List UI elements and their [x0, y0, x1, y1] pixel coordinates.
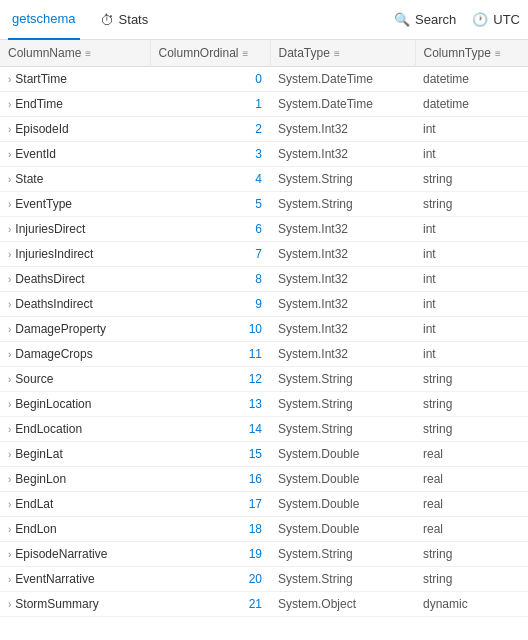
cell-datatype: System.DateTime: [270, 67, 415, 92]
expand-arrow[interactable]: ›: [8, 299, 11, 310]
getschema-label: getschema: [12, 11, 76, 26]
header-data-type-label: DataType: [279, 46, 330, 60]
header-column-ordinal[interactable]: ColumnOrdinal ≡: [150, 40, 270, 67]
cell-coltype: int: [415, 117, 528, 142]
search-button[interactable]: 🔍 Search: [394, 12, 456, 27]
header-column-name[interactable]: ColumnName ≡: [0, 40, 150, 67]
clock-icon: 🕐: [472, 12, 488, 27]
cell-datatype: System.Int32: [270, 142, 415, 167]
cell-ordinal: 10: [150, 317, 270, 342]
row-column-name: StartTime: [15, 72, 67, 86]
cell-coltype: string: [415, 367, 528, 392]
cell-coltype: string: [415, 192, 528, 217]
cell-name: ›InjuriesIndirect: [0, 242, 150, 267]
cell-ordinal: 9: [150, 292, 270, 317]
cell-ordinal: 17: [150, 492, 270, 517]
cell-name: ›InjuriesDirect: [0, 217, 150, 242]
table-row: ›EpisodeNarrative19System.Stringstring: [0, 542, 528, 567]
cell-ordinal: 15: [150, 442, 270, 467]
cell-coltype: int: [415, 317, 528, 342]
row-column-name: EventId: [15, 147, 56, 161]
tab-stats[interactable]: ⏱ Stats: [96, 0, 153, 40]
cell-ordinal: 1: [150, 92, 270, 117]
header-column-type[interactable]: ColumnType ≡: [415, 40, 528, 67]
cell-ordinal: 7: [150, 242, 270, 267]
cell-datatype: System.String: [270, 567, 415, 592]
table-row: ›InjuriesIndirect7System.Int32int: [0, 242, 528, 267]
expand-arrow[interactable]: ›: [8, 224, 11, 235]
cell-datatype: System.String: [270, 417, 415, 442]
cell-datatype: System.String: [270, 392, 415, 417]
expand-arrow[interactable]: ›: [8, 274, 11, 285]
expand-arrow[interactable]: ›: [8, 74, 11, 85]
table-row: ›DamageCrops11System.Int32int: [0, 342, 528, 367]
expand-arrow[interactable]: ›: [8, 149, 11, 160]
cell-datatype: System.Double: [270, 467, 415, 492]
expand-arrow[interactable]: ›: [8, 574, 11, 585]
utc-button[interactable]: 🕐 UTC: [472, 12, 520, 27]
cell-ordinal: 2: [150, 117, 270, 142]
table-row: ›EventType5System.Stringstring: [0, 192, 528, 217]
row-column-name: Source: [15, 372, 53, 386]
cell-ordinal: 20: [150, 567, 270, 592]
expand-arrow[interactable]: ›: [8, 549, 11, 560]
expand-arrow[interactable]: ›: [8, 474, 11, 485]
sort-icon-datatype: ≡: [334, 48, 340, 59]
table-row: ›InjuriesDirect6System.Int32int: [0, 217, 528, 242]
table-row: ›EndLon18System.Doublereal: [0, 517, 528, 542]
expand-arrow[interactable]: ›: [8, 524, 11, 535]
sort-icon-coltype: ≡: [495, 48, 501, 59]
header-data-type[interactable]: DataType ≡: [270, 40, 415, 67]
expand-arrow[interactable]: ›: [8, 99, 11, 110]
cell-coltype: int: [415, 217, 528, 242]
top-bar: getschema ⏱ Stats 🔍 Search 🕐 UTC: [0, 0, 528, 40]
expand-arrow[interactable]: ›: [8, 399, 11, 410]
cell-name: ›StormSummary: [0, 592, 150, 617]
table-row: ›DamageProperty10System.Int32int: [0, 317, 528, 342]
expand-arrow[interactable]: ›: [8, 449, 11, 460]
cell-name: ›EndTime: [0, 92, 150, 117]
table-row: ›BeginLon16System.Doublereal: [0, 467, 528, 492]
table-row: ›Source12System.Stringstring: [0, 367, 528, 392]
cell-datatype: System.Int32: [270, 342, 415, 367]
cell-ordinal: 13: [150, 392, 270, 417]
cell-datatype: System.String: [270, 542, 415, 567]
cell-name: ›DamageCrops: [0, 342, 150, 367]
cell-datatype: System.DateTime: [270, 92, 415, 117]
tab-getschema[interactable]: getschema: [8, 0, 80, 40]
expand-arrow[interactable]: ›: [8, 324, 11, 335]
cell-name: ›DeathsIndirect: [0, 292, 150, 317]
expand-arrow[interactable]: ›: [8, 199, 11, 210]
table-row: ›EndTime1System.DateTimedatetime: [0, 92, 528, 117]
cell-datatype: System.Object: [270, 592, 415, 617]
cell-datatype: System.Int32: [270, 217, 415, 242]
header-column-ordinal-label: ColumnOrdinal: [159, 46, 239, 60]
cell-coltype: dynamic: [415, 592, 528, 617]
utc-label: UTC: [493, 12, 520, 27]
expand-arrow[interactable]: ›: [8, 174, 11, 185]
row-column-name: InjuriesIndirect: [15, 247, 93, 261]
table-row: ›EpisodeId2System.Int32int: [0, 117, 528, 142]
cell-name: ›EpisodeId: [0, 117, 150, 142]
header-column-name-label: ColumnName: [8, 46, 81, 60]
cell-coltype: string: [415, 542, 528, 567]
row-column-name: EndLon: [15, 522, 56, 536]
cell-coltype: string: [415, 417, 528, 442]
table-row: ›EndLat17System.Doublereal: [0, 492, 528, 517]
cell-name: ›State: [0, 167, 150, 192]
table-row: ›StartTime0System.DateTimedatetime: [0, 67, 528, 92]
table-row: ›StormSummary21System.Objectdynamic: [0, 592, 528, 617]
expand-arrow[interactable]: ›: [8, 249, 11, 260]
expand-arrow[interactable]: ›: [8, 499, 11, 510]
expand-arrow[interactable]: ›: [8, 124, 11, 135]
expand-arrow[interactable]: ›: [8, 424, 11, 435]
row-column-name: EventType: [15, 197, 72, 211]
cell-name: ›EndLocation: [0, 417, 150, 442]
row-column-name: BeginLocation: [15, 397, 91, 411]
schema-table-container: ColumnName ≡ ColumnOrdinal ≡ DataType ≡: [0, 40, 528, 617]
expand-arrow[interactable]: ›: [8, 599, 11, 610]
expand-arrow[interactable]: ›: [8, 349, 11, 360]
row-column-name: BeginLon: [15, 472, 66, 486]
cell-name: ›StartTime: [0, 67, 150, 92]
expand-arrow[interactable]: ›: [8, 374, 11, 385]
